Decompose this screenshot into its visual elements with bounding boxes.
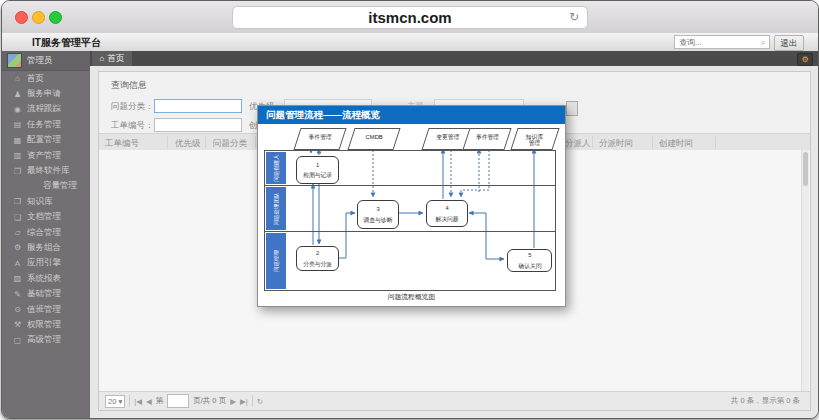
page-prefix: 第	[156, 396, 164, 406]
column-header[interactable]: 问题分类	[213, 138, 247, 150]
sidebar-item-document-management[interactable]: ❏文档管理	[2, 210, 90, 225]
process-node-2[interactable]: 2分类与分派	[296, 246, 339, 271]
page-suffix: 页/共 0 页	[193, 396, 226, 406]
system-reports-icon: ▧	[11, 274, 24, 283]
sidebar-item-label: 资产管理	[27, 150, 61, 162]
minimize-window-button[interactable]	[32, 11, 45, 24]
column-separator	[652, 136, 653, 148]
page-number-input[interactable]	[167, 394, 189, 408]
sidebar-item-label: 配置管理	[27, 134, 61, 146]
search-icon[interactable]: ⌕	[761, 37, 766, 48]
column-header[interactable]: 工单编号	[105, 138, 139, 150]
process-node-5[interactable]: 5确认关闭	[507, 249, 552, 272]
node-number: 1	[302, 162, 333, 168]
node-label: 检测与记录	[302, 172, 333, 178]
sidebar-item-home[interactable]: ⌂首页	[2, 71, 90, 86]
reload-icon[interactable]: ↻	[569, 7, 579, 28]
sidebar-item-capacity-management[interactable]: 容量管理	[2, 179, 90, 194]
last-page-button[interactable]: ▶|	[240, 397, 248, 406]
partial-query-button[interactable]	[566, 101, 578, 116]
close-window-button[interactable]	[15, 11, 28, 24]
external-entity: 知识库管理	[510, 128, 559, 150]
sidebar-item-system-reports[interactable]: ▧系统报表	[2, 271, 90, 286]
tab-home[interactable]: ⌂ 首页	[92, 51, 132, 66]
sidebar-item-label: 高级管理	[27, 334, 61, 346]
sidebar-item-definitive-software-library[interactable]: ❐最终软件库	[2, 163, 90, 178]
search-input[interactable]	[674, 35, 770, 49]
zoom-window-button[interactable]	[49, 11, 62, 24]
home-icon: ⌂	[11, 74, 24, 83]
sidebar-item-app-engine[interactable]: A应用引擎	[2, 256, 90, 271]
lane-label: 问题创建人	[272, 154, 280, 182]
column-separator	[167, 136, 168, 148]
external-entity-label: 知识库管理	[519, 134, 549, 146]
sidebar-item-label: 综合管理	[27, 227, 61, 239]
process-node-4[interactable]: 4解决问题	[426, 200, 468, 227]
logout-button[interactable]: 退出	[774, 35, 804, 51]
sidebar-item-general-management[interactable]: ▱综合管理	[2, 225, 90, 240]
app-title: IT服务管理平台	[32, 36, 101, 50]
sidebar-item-service-portfolio[interactable]: ⚙服务组合	[2, 240, 90, 255]
pagination-bar: 20 ▾ |◀ ◀ 第 页/共 0 页 ▶ ▶| ↻ 共 0 条，显示第 0 条	[99, 391, 810, 410]
address-bar[interactable]: itsmcn.com ↻	[232, 6, 588, 29]
column-header[interactable]: 分派时间	[599, 138, 633, 150]
problem-category-input[interactable]	[154, 99, 242, 113]
sidebar-item-knowledge-base[interactable]: ❒知识库	[2, 194, 90, 209]
scrollbar-thumb[interactable]	[803, 152, 808, 186]
node-label: 调查与诊断	[363, 217, 393, 223]
sidebar-item-process-tracking[interactable]: ◉流程跟踪	[2, 102, 90, 117]
first-page-button[interactable]: |◀	[134, 397, 142, 406]
sidebar-item-label: 容量管理	[43, 180, 77, 192]
lane-label: 问题处理团队	[272, 192, 280, 225]
external-entity: 事件管理	[293, 128, 346, 150]
url-text: itsmcn.com	[368, 9, 451, 26]
column-separator	[715, 136, 716, 148]
task-management-icon: ▤	[11, 120, 24, 129]
next-page-button[interactable]: ▶	[230, 397, 236, 406]
sidebar-item-label: 服务组合	[27, 242, 61, 254]
page-size-select[interactable]: 20 ▾	[105, 395, 125, 408]
tab-bar: ⌂ 首页 ⚙	[90, 51, 818, 66]
ticket-no-input[interactable]	[154, 118, 242, 132]
user-name: 管理员	[27, 55, 53, 67]
avatar	[7, 53, 22, 68]
document-management-icon: ❏	[11, 213, 24, 222]
sidebar-item-asset-management[interactable]: ▥资产管理	[2, 148, 90, 163]
sidebar-item-advanced-management[interactable]: ▢高级管理	[2, 333, 90, 348]
ticket-no-label: 工单编号：	[111, 120, 154, 132]
problem-category-label: 问题分类：	[111, 101, 154, 113]
sidebar-item-service-request[interactable]: ♟服务申请	[2, 86, 90, 101]
sidebar-item-permission-management[interactable]: ⚒权限管理	[2, 317, 90, 332]
vertical-scrollbar[interactable]	[801, 150, 809, 391]
basic-management-icon: ✎	[11, 290, 24, 299]
node-number: 4	[432, 205, 462, 211]
settings-gear-button[interactable]: ⚙	[797, 53, 813, 66]
column-header[interactable]: 创建时间	[659, 138, 693, 150]
sidebar-item-basic-management[interactable]: ✎基础管理	[2, 286, 90, 301]
process-node-3[interactable]: 3调查与诊断	[357, 200, 399, 229]
external-entity-label: CMDB	[358, 134, 391, 140]
service-request-icon: ♟	[11, 90, 24, 99]
node-label: 确认关闭	[513, 263, 545, 269]
app-engine-icon: A	[11, 259, 24, 268]
column-header[interactable]: 分派人	[565, 138, 591, 150]
external-entity-label: 变更管理	[432, 134, 464, 140]
prev-page-button[interactable]: ◀	[146, 397, 152, 406]
node-number: 2	[302, 250, 333, 256]
service-portfolio-icon: ⚙	[11, 243, 24, 252]
general-management-icon: ▱	[11, 228, 24, 237]
column-separator	[592, 136, 593, 148]
sidebar-item-configuration-management[interactable]: ▦配置管理	[2, 133, 90, 148]
sidebar-item-label: 服务申请	[27, 88, 61, 100]
refresh-icon[interactable]: ↻	[257, 397, 263, 406]
sidebar-item-task-management[interactable]: ▤任务管理	[2, 117, 90, 132]
sidebar-item-duty-management[interactable]: ⊙值班管理	[2, 302, 90, 317]
app-header: IT服务管理平台 ⌕ 退出	[2, 33, 818, 52]
record-count-text: 共 0 条，显示第 0 条	[731, 396, 800, 406]
column-header[interactable]: 优先级	[175, 138, 201, 150]
process-node-1[interactable]: 1检测与记录	[296, 156, 339, 184]
sidebar-item-label: 最终软件库	[27, 165, 70, 177]
sidebar-item-label: 流程跟踪	[27, 103, 61, 115]
modal-title: 问题管理流程——流程概览	[258, 106, 565, 124]
sidebar-user[interactable]: 管理员	[2, 51, 90, 71]
